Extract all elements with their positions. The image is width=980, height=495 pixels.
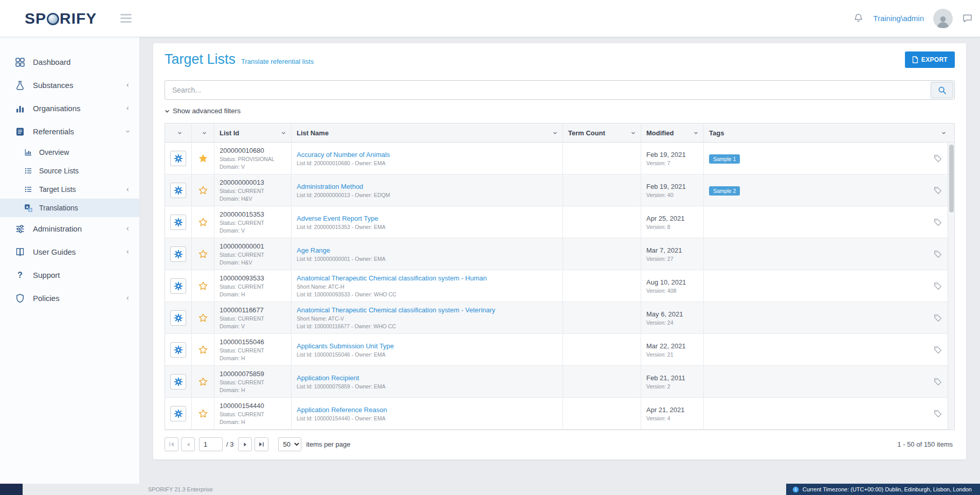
last-page-button[interactable] (255, 437, 268, 451)
row-settings-button[interactable] (170, 342, 186, 358)
list-name-link[interactable]: Anatomical Therapeutic Chemical classifi… (297, 274, 557, 282)
list-name-link[interactable]: Application Reference Reason (297, 406, 557, 414)
page-subtitle-link[interactable]: Translate referential lists (241, 58, 314, 65)
chat-icon[interactable] (962, 13, 973, 24)
next-page-button[interactable] (238, 437, 252, 451)
main-content: Target Lists Translate referential lists… (140, 37, 980, 484)
row-favorite-cell (192, 206, 214, 238)
sidebar-item-substances[interactable]: Substances (0, 74, 139, 97)
export-button[interactable]: EXPORT (905, 51, 955, 68)
column-list-id[interactable]: List Id (214, 123, 292, 142)
status-label: Status: CURRENT (220, 220, 286, 226)
tag-icon[interactable] (934, 410, 942, 418)
row-settings-button[interactable] (170, 310, 186, 326)
tag-icon[interactable] (934, 346, 942, 354)
sidebar-item-policies[interactable]: Policies (0, 287, 139, 310)
user-avatar[interactable] (933, 9, 953, 28)
list-details-label: List Id: 200000010680 - Owner: EMA (297, 160, 557, 166)
row-settings-button[interactable] (170, 215, 186, 230)
sidebar-item-referentials[interactable]: Referentials (0, 120, 139, 143)
row-settings-button[interactable] (170, 151, 186, 166)
first-page-button[interactable] (165, 437, 178, 451)
sidebar-label: User Guides (33, 247, 76, 256)
list-name-link[interactable]: Accuracy of Number of Animals (297, 151, 557, 158)
star-outline-icon[interactable] (198, 377, 208, 387)
sidebar-item-support[interactable]: ? Support (0, 263, 139, 287)
sidebar-item-target-lists[interactable]: Target Lists (0, 180, 139, 199)
row-favorite-cell (192, 143, 214, 174)
tag-icon[interactable] (934, 186, 942, 195)
sidebar-item-overview[interactable]: Overview (0, 143, 139, 162)
sidebar-item-translations[interactable]: Aa Translations (0, 199, 139, 217)
column-term-count[interactable]: Term Count (563, 123, 641, 142)
row-actions-cell (165, 143, 192, 174)
star-outline-icon[interactable] (198, 313, 208, 323)
modified-date: Feb 19, 2021 (646, 151, 698, 158)
status-label: Status: CURRENT (220, 252, 286, 258)
row-list-name-cell: Application RecipientList Id: 1000000758… (292, 366, 563, 397)
show-advanced-filters-toggle[interactable]: Show advanced filters (165, 107, 241, 115)
row-list-name-cell: Adverse Event Report TypeList Id: 200000… (292, 206, 563, 238)
list-name-link[interactable]: Administration Method (297, 183, 557, 190)
row-favorite-cell (192, 238, 214, 270)
sidebar-item-dashboard[interactable]: Dashboard (0, 50, 139, 74)
page-number-input[interactable] (199, 437, 223, 451)
search-input[interactable] (165, 86, 931, 94)
previous-page-button[interactable] (181, 437, 195, 451)
tag-icon[interactable] (934, 378, 942, 386)
row-settings-button[interactable] (170, 278, 186, 294)
sidebar-item-source-lists[interactable]: Source Lists (0, 162, 139, 180)
row-tags-cell (704, 238, 954, 270)
star-filled-icon[interactable] (198, 153, 208, 164)
search-button[interactable] (931, 82, 953, 98)
tag-icon[interactable] (934, 282, 942, 290)
flask-icon (14, 80, 26, 91)
column-list-name[interactable]: List Name (292, 123, 563, 142)
star-outline-icon[interactable] (198, 345, 208, 355)
column-favorites[interactable] (192, 123, 214, 142)
list-details-label: List Id: 100000155046 - Owner: EMA (297, 351, 557, 358)
current-user-label[interactable]: Training\admin (873, 14, 924, 23)
tag-icon[interactable] (934, 218, 942, 226)
tag-icon[interactable] (934, 250, 942, 258)
sidebar-item-administration[interactable]: Administration (0, 217, 139, 240)
chevron-left-icon (125, 187, 130, 192)
row-settings-button[interactable] (170, 183, 186, 198)
column-settings[interactable] (165, 123, 192, 142)
star-outline-icon[interactable] (198, 185, 208, 196)
row-term-count-cell (563, 302, 641, 333)
row-settings-button[interactable] (170, 406, 186, 421)
tag-icon[interactable] (934, 154, 942, 163)
scrollbar-thumb[interactable] (949, 145, 954, 213)
status-label: Status: CURRENT (220, 284, 286, 290)
tag-badge[interactable]: Sample 2 (709, 186, 740, 196)
column-modified[interactable]: Modified (641, 123, 704, 142)
row-actions-cell (165, 398, 192, 429)
sidebar-item-organisations[interactable]: Organisations (0, 97, 139, 120)
chevron-down-icon (691, 131, 698, 135)
table-header: List Id List Name Term Count Modified Ta… (165, 123, 954, 143)
list-name-link[interactable]: Adverse Event Report Type (297, 215, 557, 222)
modified-date: Feb 21, 2011 (646, 374, 698, 382)
sidebar-item-user-guides[interactable]: User Guides (0, 240, 139, 263)
star-outline-icon[interactable] (198, 281, 208, 291)
page-size-select[interactable]: 50 (278, 437, 301, 451)
notifications-bell-icon[interactable] (853, 13, 864, 24)
menu-toggle-icon[interactable] (120, 12, 132, 25)
list-name-link[interactable]: Application Recipient (297, 374, 557, 382)
row-settings-button[interactable] (170, 246, 186, 262)
star-outline-icon[interactable] (198, 217, 208, 227)
tag-icon[interactable] (934, 314, 942, 322)
version-label: Version: 24 (646, 320, 698, 326)
table-scrollbar[interactable] (948, 143, 954, 430)
row-modified-cell: May 6, 2021Version: 24 (641, 302, 704, 333)
list-name-link[interactable]: Anatomical Therapeutic Chemical classifi… (297, 306, 557, 314)
chevron-down-icon (938, 131, 946, 135)
row-settings-button[interactable] (170, 374, 186, 390)
tag-badge[interactable]: Sample 1 (709, 154, 740, 164)
column-tags[interactable]: Tags (704, 123, 954, 142)
star-outline-icon[interactable] (198, 409, 208, 419)
list-name-link[interactable]: Age Range (297, 246, 557, 254)
list-name-link[interactable]: Applicants Submission Unit Type (297, 342, 557, 350)
star-outline-icon[interactable] (198, 249, 208, 259)
